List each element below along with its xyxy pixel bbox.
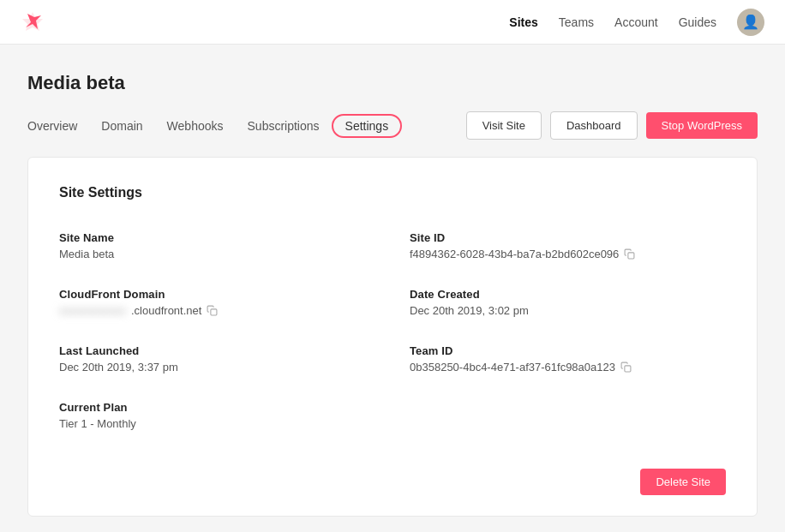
cloudfront-domain-label: CloudFront Domain	[59, 288, 375, 301]
site-id-field: Site ID f4894362-6028-43b4-ba7a-b2bd602c…	[410, 231, 726, 260]
avatar[interactable]: 👤	[737, 9, 764, 36]
visit-site-button[interactable]: Visit Site	[466, 111, 542, 140]
svg-rect-0	[628, 253, 634, 259]
current-plan-label: Current Plan	[59, 401, 375, 414]
tab-subscriptions[interactable]: Subscriptions	[236, 114, 332, 138]
nav-sites[interactable]: Sites	[509, 15, 537, 29]
cloudfront-domain-blurred: xxxxxxxxxxxx	[59, 304, 126, 317]
settings-card: Site Settings Site Name Media beta Site …	[27, 157, 758, 517]
tab-domain[interactable]: Domain	[89, 114, 154, 138]
cloudfront-domain-value: xxxxxxxxxxxx.cloudfront.net	[59, 304, 375, 317]
team-id-copy-icon[interactable]	[620, 362, 632, 373]
date-created-field: Date Created Dec 20th 2019, 3:02 pm	[410, 288, 726, 317]
team-id-field: Team ID 0b358250-4bc4-4e71-af37-61fc98a0…	[410, 344, 726, 374]
cloudfront-domain-copy-icon[interactable]	[207, 305, 218, 316]
tab-settings[interactable]: Settings	[332, 114, 403, 138]
nav-account[interactable]: Account	[614, 15, 658, 29]
header: Sites Teams Account Guides 👤	[0, 0, 785, 45]
current-plan-field: Current Plan Tier 1 - Monthly	[59, 401, 375, 430]
tab-overview[interactable]: Overview	[27, 114, 89, 138]
page-content: Media beta Overview Domain Webhooks Subs…	[7, 45, 778, 532]
subnav-tabs: Overview Domain Webhooks Subscriptions S…	[27, 114, 402, 138]
settings-grid: Site Name Media beta Site ID f4894362-60…	[59, 231, 726, 430]
site-id-label: Site ID	[410, 231, 726, 244]
site-id-copy-icon[interactable]	[624, 248, 635, 260]
site-name-value: Media beta	[59, 248, 375, 260]
header-nav: Sites Teams Account Guides 👤	[509, 9, 764, 36]
svg-rect-2	[625, 366, 631, 372]
team-id-value: 0b358250-4bc4-4e71-af37-61fc98a0a123	[410, 361, 726, 374]
settings-title: Site Settings	[59, 185, 726, 200]
delete-site-button[interactable]: Delete Site	[640, 469, 726, 495]
subnav-actions: Visit Site Dashboard Stop WordPress	[466, 111, 758, 140]
site-id-value: f4894362-6028-43b4-ba7a-b2bd602ce096	[410, 248, 726, 260]
site-name-label: Site Name	[59, 231, 375, 244]
page-title: Media beta	[27, 72, 758, 94]
logo-icon	[21, 10, 45, 34]
cloudfront-domain-suffix: .cloudfront.net	[131, 304, 201, 317]
subnav: Overview Domain Webhooks Subscriptions S…	[27, 111, 758, 140]
tab-webhooks[interactable]: Webhooks	[155, 114, 236, 138]
last-launched-value: Dec 20th 2019, 3:37 pm	[59, 361, 375, 374]
logo	[21, 10, 45, 34]
last-launched-field: Last Launched Dec 20th 2019, 3:37 pm	[59, 344, 375, 374]
team-id-label: Team ID	[410, 344, 726, 357]
card-footer: Delete Site	[640, 469, 726, 495]
cloudfront-domain-field: CloudFront Domain xxxxxxxxxxxx.cloudfron…	[59, 288, 375, 317]
date-created-value: Dec 20th 2019, 3:02 pm	[410, 304, 726, 317]
nav-guides[interactable]: Guides	[679, 15, 716, 29]
site-name-field: Site Name Media beta	[59, 231, 375, 260]
svg-rect-1	[211, 309, 217, 315]
current-plan-value: Tier 1 - Monthly	[59, 417, 375, 430]
dashboard-button[interactable]: Dashboard	[550, 111, 638, 140]
date-created-label: Date Created	[410, 288, 726, 301]
stop-wordpress-button[interactable]: Stop WordPress	[646, 112, 758, 139]
last-launched-label: Last Launched	[59, 344, 375, 357]
nav-teams[interactable]: Teams	[559, 15, 594, 29]
